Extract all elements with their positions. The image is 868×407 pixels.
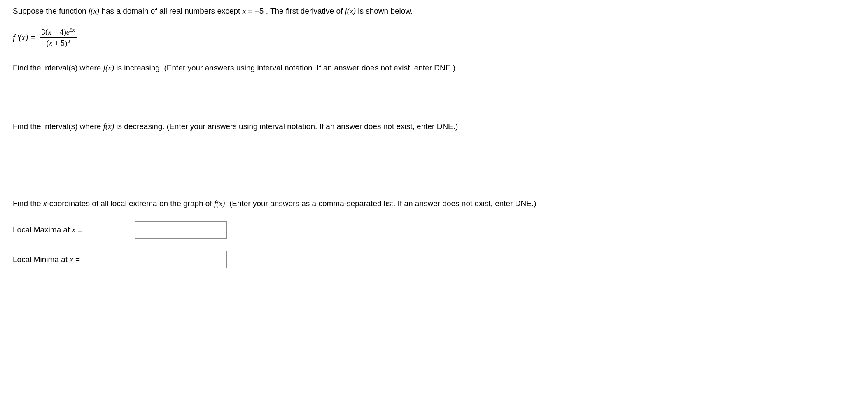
increasing-input[interactable] (13, 85, 105, 102)
decreasing-question: Find the interval(s) where f(x) is decre… (13, 121, 831, 161)
local-minima-row: Local Minima at x = (13, 251, 831, 268)
increasing-question: Find the interval(s) where f(x) is incre… (13, 63, 831, 103)
derivative-formula: f '(x) = 3(x − 4)e8x (x + 5)3 (13, 28, 831, 48)
local-maxima-label: Local Maxima at x = (13, 225, 132, 234)
decreasing-input[interactable] (13, 144, 105, 161)
formula-denominator: (x + 5)3 (44, 38, 71, 48)
increasing-prompt: Find the interval(s) where f(x) is incre… (13, 63, 831, 74)
intro-part2: has a domain of all real numbers except (99, 7, 242, 15)
extrema-question: Find the x-coordinates of all local extr… (13, 198, 831, 269)
local-maxima-input[interactable] (135, 221, 227, 239)
intro-part3: = −5 . The first derivative of (246, 7, 345, 15)
intro-fx2: f(x) (345, 7, 356, 15)
local-maxima-row: Local Maxima at x = (13, 221, 831, 239)
intro-fx1: f(x) (89, 7, 99, 15)
local-minima-input[interactable] (135, 251, 227, 268)
intro-part1: Suppose the function (13, 7, 89, 15)
decreasing-prompt: Find the interval(s) where f(x) is decre… (13, 121, 831, 132)
intro-x: x (243, 7, 246, 15)
formula-numerator: 3(x − 4)e8x (40, 28, 77, 38)
formula-fraction: 3(x − 4)e8x (x + 5)3 (40, 28, 77, 48)
intro-part4: is shown below. (356, 7, 413, 15)
extrema-prompt: Find the x-coordinates of all local extr… (13, 198, 831, 209)
formula-lhs: f '(x) = (13, 33, 36, 42)
intro-text: Suppose the function f(x) has a domain o… (13, 6, 831, 17)
question-container: Suppose the function f(x) has a domain o… (0, 0, 843, 294)
local-minima-label: Local Minima at x = (13, 255, 132, 264)
